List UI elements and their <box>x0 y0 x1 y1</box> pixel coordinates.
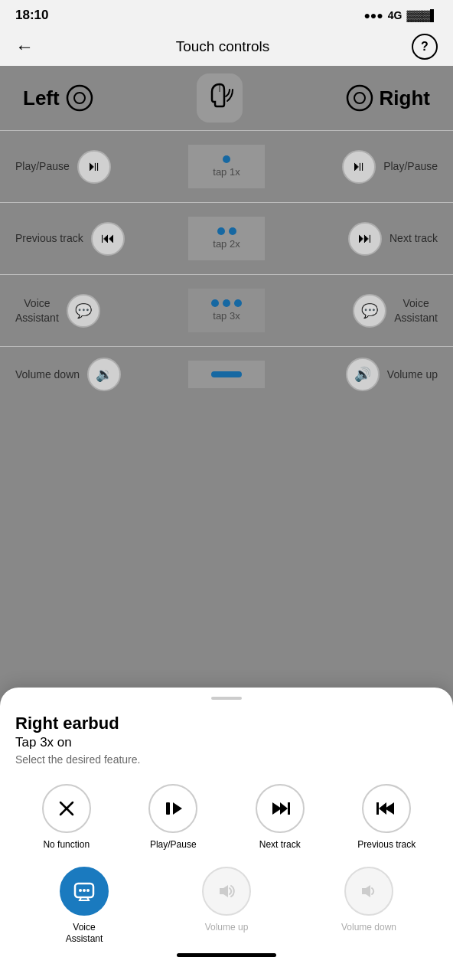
feature-volume-up[interactable]: Volume up <box>158 867 295 946</box>
touch-icon-area <box>197 74 243 122</box>
feature-no-function[interactable]: No function <box>15 784 118 851</box>
left-voice-icon: 💬 <box>67 294 100 328</box>
left-play-pause: Play/Pause ⏯ <box>15 150 188 184</box>
x-icon <box>56 798 77 819</box>
help-button[interactable]: ? <box>412 34 438 60</box>
signal-icon: ●●● <box>363 9 383 21</box>
feature-next-track[interactable]: Next track <box>229 784 331 851</box>
play-pause-icon <box>148 784 197 833</box>
center-tap2: tap 2x <box>188 217 265 260</box>
left-voice: VoiceAssistant 💬 <box>15 294 188 328</box>
right-vol-label: Volume up <box>387 368 438 381</box>
voice-assistant-label: VoiceAssistant <box>66 922 103 946</box>
right-earbud-icon <box>346 84 373 112</box>
svg-rect-11 <box>288 802 290 815</box>
feature-previous-track[interactable]: Previous track <box>336 784 438 851</box>
touch-icon <box>204 81 235 115</box>
no-function-icon <box>42 784 91 833</box>
svg-marker-19 <box>220 885 228 897</box>
right-vol-up: 🔊 Volume up <box>265 358 438 391</box>
status-icons: ●●● 4G ▓▓▓▌ <box>363 9 438 21</box>
right-next-label: Next track <box>389 231 438 245</box>
tap1-label: tap 1x <box>213 166 240 178</box>
vol-up-svg <box>216 880 237 902</box>
left-play-pause-icon: ⏯ <box>77 150 111 184</box>
svg-rect-7 <box>166 802 170 815</box>
right-play-pause-label: Play/Pause <box>383 159 438 173</box>
home-indicator <box>177 953 276 957</box>
svg-point-0 <box>67 86 92 110</box>
left-play-pause-label: Play/Pause <box>15 159 70 173</box>
top-nav: ← Touch controls ? <box>0 28 453 66</box>
svg-point-4 <box>354 93 365 103</box>
right-next-track: ⏭ Next track <box>265 222 438 256</box>
status-bar: 18:10 ●●● 4G ▓▓▓▌ <box>0 0 453 28</box>
feature-voice-assistant[interactable]: VoiceAssistant <box>15 867 153 946</box>
svg-marker-10 <box>280 802 288 815</box>
features-grid-row2: VoiceAssistant Volume up Volume down <box>15 867 438 946</box>
battery-icon: ▓▓▓▌ <box>406 9 438 21</box>
next-track-icon <box>256 784 305 833</box>
left-voice-label: VoiceAssistant <box>15 296 59 324</box>
svg-rect-14 <box>376 802 379 815</box>
volume-up-label: Volume up <box>205 922 249 934</box>
center-tap3: tap 3x <box>188 289 265 332</box>
volume-up-icon <box>202 867 251 916</box>
tap3-label: tap 3x <box>213 310 240 322</box>
left-prev-track: Previous track ⏮ <box>15 222 188 256</box>
no-function-label: No function <box>43 839 90 851</box>
control-row-tap1: Play/Pause ⏯ tap 1x ⏯ Play/Pause <box>0 130 453 202</box>
left-vol-down: Volume down 🔉 <box>15 358 188 391</box>
voice-assistant-icon <box>60 867 109 916</box>
sheet-description: Select the desired feature. <box>15 753 438 766</box>
prev-svg <box>376 798 397 819</box>
svg-point-3 <box>347 86 372 110</box>
controls-header: Left Right <box>0 66 453 130</box>
svg-marker-13 <box>379 802 386 815</box>
control-row-tap2: Previous track ⏮ tap 2x ⏭ Next track <box>0 202 453 274</box>
svg-marker-20 <box>362 885 370 897</box>
svg-point-18 <box>86 889 90 892</box>
svg-point-17 <box>83 889 86 892</box>
svg-marker-8 <box>173 802 182 815</box>
right-play-pause-icon: ⏯ <box>342 150 376 184</box>
left-label: Left <box>23 87 60 110</box>
vol-down-svg <box>358 880 380 902</box>
left-earbud-icon <box>66 84 93 112</box>
center-tap1: tap 1x <box>188 145 265 188</box>
center-hold <box>188 361 265 388</box>
right-voice: 💬 VoiceAssistant <box>265 294 438 328</box>
next-track-label: Next track <box>259 839 301 851</box>
control-row-hold: Volume down 🔉 🔊 Volume up <box>0 346 453 402</box>
bottom-sheet: Right earbud Tap 3x on Select the desire… <box>0 688 453 980</box>
features-grid-row1: No function Play/Pause Next track <box>15 784 438 851</box>
page-title: Touch controls <box>176 38 270 55</box>
left-vol-icon: 🔉 <box>87 358 121 391</box>
voice-svg <box>72 879 96 903</box>
network-label: 4G <box>388 9 402 21</box>
right-voice-icon: 💬 <box>353 294 386 328</box>
previous-track-label: Previous track <box>357 839 416 851</box>
left-prev-label: Previous track <box>15 231 83 245</box>
svg-point-1 <box>74 93 85 103</box>
left-prev-icon: ⏮ <box>91 222 125 256</box>
right-vol-icon: 🔊 <box>346 358 380 391</box>
right-play-pause: ⏯ Play/Pause <box>265 150 438 184</box>
tap2-label: tap 2x <box>213 238 240 250</box>
back-button[interactable]: ← <box>15 36 34 57</box>
sheet-handle <box>211 697 242 700</box>
feature-play-pause[interactable]: Play/Pause <box>122 784 225 851</box>
play-pause-svg <box>162 798 184 819</box>
control-row-tap3: VoiceAssistant 💬 tap 3x 💬 VoiceAssistant <box>0 274 453 346</box>
volume-down-label: Volume down <box>341 922 396 934</box>
right-voice-label: VoiceAssistant <box>394 296 438 324</box>
controls-area: Left Right Pl <box>0 66 453 417</box>
previous-track-icon <box>362 784 411 833</box>
feature-volume-down[interactable]: Volume down <box>300 867 438 946</box>
next-svg <box>269 798 291 819</box>
status-time: 18:10 <box>15 8 48 23</box>
right-next-icon: ⏭ <box>348 222 382 256</box>
volume-down-icon <box>344 867 393 916</box>
right-label: Right <box>380 87 430 110</box>
sheet-subtitle: Tap 3x on <box>15 735 438 750</box>
